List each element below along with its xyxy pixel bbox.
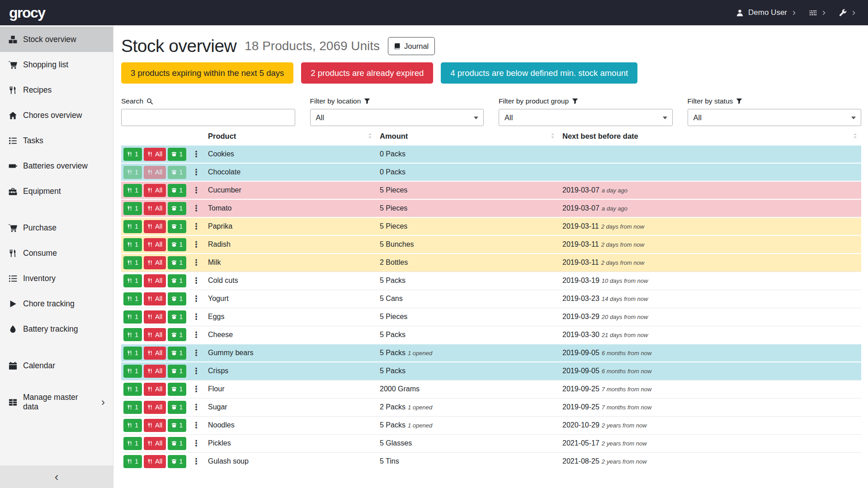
open-one-button[interactable]: 1 xyxy=(168,365,186,378)
consume-all-button[interactable]: All xyxy=(144,220,166,233)
row-menu-button[interactable]: ⋮ xyxy=(192,150,200,158)
row-menu-button[interactable]: ⋮ xyxy=(192,295,200,303)
consume-one-button[interactable]: 1 xyxy=(123,220,142,233)
open-one-button[interactable]: 1 xyxy=(168,383,186,396)
row-menu-button[interactable]: ⋮ xyxy=(192,421,200,429)
view-options-menu[interactable] xyxy=(809,9,826,17)
sidebar-item-shopping-list[interactable]: Shopping list xyxy=(0,52,113,77)
sidebar-item-chores-overview[interactable]: Chores overview xyxy=(0,103,113,128)
row-menu-button[interactable]: ⋮ xyxy=(192,385,200,393)
consume-all-button[interactable]: All xyxy=(144,202,166,215)
search-input[interactable] xyxy=(121,109,295,126)
sidebar-item-recipes[interactable]: Recipes xyxy=(0,77,113,103)
row-menu-button[interactable]: ⋮ xyxy=(192,222,200,230)
open-one-button[interactable]: 1 xyxy=(168,220,186,233)
consume-all-button[interactable]: All xyxy=(144,328,166,341)
row-menu-button[interactable]: ⋮ xyxy=(192,258,200,267)
consume-one-button[interactable]: 1 xyxy=(123,184,142,197)
amount-column-header[interactable]: Amount xyxy=(376,130,559,145)
open-one-button[interactable]: 1 xyxy=(168,184,186,197)
consume-one-button[interactable]: 1 xyxy=(123,419,142,432)
journal-button[interactable]: Journal xyxy=(388,37,435,55)
row-menu-button[interactable]: ⋮ xyxy=(192,439,200,447)
consume-all-button[interactable]: All xyxy=(144,365,166,378)
consume-all-button[interactable]: All xyxy=(144,256,166,269)
sort-icon[interactable] xyxy=(549,132,556,139)
consume-all-button[interactable]: All xyxy=(144,184,166,197)
consume-all-button[interactable]: All xyxy=(144,238,166,251)
expiring-alert[interactable]: 3 products expiring within the next 5 da… xyxy=(121,62,293,84)
sidebar-item-batteries-overview[interactable]: Batteries overview xyxy=(0,153,113,178)
row-menu-button[interactable]: ⋮ xyxy=(192,313,200,321)
row-menu-button[interactable]: ⋮ xyxy=(192,240,200,249)
consume-one-button[interactable]: 1 xyxy=(123,202,142,215)
consume-one-button[interactable]: 1 xyxy=(123,437,142,450)
open-one-button[interactable]: 1 xyxy=(168,419,186,432)
consume-one-button[interactable]: 1 xyxy=(123,401,142,414)
row-menu-button[interactable]: ⋮ xyxy=(192,186,200,194)
sort-icon[interactable] xyxy=(367,132,373,139)
consume-one-button[interactable]: 1 xyxy=(123,455,142,468)
sidebar-item-tasks[interactable]: Tasks xyxy=(0,128,113,153)
status-select[interactable]: All xyxy=(688,109,862,126)
sort-icon[interactable] xyxy=(852,132,859,139)
open-one-button[interactable]: 1 xyxy=(168,202,186,215)
sidebar-item-equipment[interactable]: Equipment xyxy=(0,178,113,204)
open-one-button[interactable]: 1 xyxy=(168,401,186,414)
row-menu-button[interactable]: ⋮ xyxy=(192,403,200,411)
consume-one-button[interactable]: 1 xyxy=(123,347,142,360)
sidebar-item-calendar[interactable]: Calendar xyxy=(0,353,113,378)
best-before-column-header[interactable]: Next best before date xyxy=(559,130,861,145)
product-column-header[interactable]: Product xyxy=(204,130,376,145)
consume-one-button[interactable]: 1 xyxy=(123,310,142,324)
consume-one-button[interactable]: 1 xyxy=(123,328,142,341)
consume-one-button[interactable]: 1 xyxy=(123,383,142,396)
sidebar-item-purchase[interactable]: Purchase xyxy=(0,215,113,240)
open-one-button[interactable]: 1 xyxy=(168,437,186,450)
sidebar-item-battery-tracking[interactable]: Battery tracking xyxy=(0,316,113,342)
consume-all-button[interactable]: All xyxy=(144,148,166,161)
consume-one-button[interactable]: 1 xyxy=(123,365,142,378)
consume-all-button[interactable]: All xyxy=(144,455,166,468)
row-menu-button[interactable]: ⋮ xyxy=(192,168,200,176)
app-logo[interactable]: grocy xyxy=(9,5,45,21)
open-one-button[interactable]: 1 xyxy=(168,347,186,360)
consume-all-button[interactable]: All xyxy=(144,437,166,450)
consume-one-button[interactable]: 1 xyxy=(123,256,142,269)
consume-all-button[interactable]: All xyxy=(144,274,166,287)
open-one-button[interactable]: 1 xyxy=(168,310,186,324)
open-one-button[interactable]: 1 xyxy=(168,455,186,468)
consume-one-button[interactable]: 1 xyxy=(123,166,142,179)
open-one-button[interactable]: 1 xyxy=(168,328,186,341)
open-one-button[interactable]: 1 xyxy=(168,292,186,305)
sidebar-item-inventory[interactable]: Inventory xyxy=(0,266,113,291)
row-menu-button[interactable]: ⋮ xyxy=(192,331,200,339)
consume-one-button[interactable]: 1 xyxy=(123,238,142,251)
consume-all-button[interactable]: All xyxy=(144,383,166,396)
consume-all-button[interactable]: All xyxy=(144,347,166,360)
sidebar-collapse-button[interactable]: ‹ xyxy=(0,465,113,488)
sidebar-item-stock-overview[interactable]: Stock overview xyxy=(0,27,113,52)
consume-all-button[interactable]: All xyxy=(144,292,166,305)
user-menu[interactable]: Demo User xyxy=(736,8,797,17)
consume-all-button[interactable]: All xyxy=(144,166,166,179)
row-menu-button[interactable]: ⋮ xyxy=(192,349,200,357)
consume-all-button[interactable]: All xyxy=(144,419,166,432)
consume-one-button[interactable]: 1 xyxy=(123,148,142,161)
below-min-stock-alert[interactable]: 4 products are below defined min. stock … xyxy=(441,62,637,84)
consume-one-button[interactable]: 1 xyxy=(123,292,142,305)
row-menu-button[interactable]: ⋮ xyxy=(192,277,200,285)
row-menu-button[interactable]: ⋮ xyxy=(192,204,200,212)
consume-all-button[interactable]: All xyxy=(144,310,166,324)
consume-all-button[interactable]: All xyxy=(144,401,166,414)
open-one-button[interactable]: 1 xyxy=(168,166,186,179)
open-one-button[interactable]: 1 xyxy=(168,256,186,269)
admin-tools-menu[interactable] xyxy=(839,9,856,17)
sidebar-item-chore-tracking[interactable]: Chore tracking xyxy=(0,291,113,316)
sidebar-item-manage-master-data[interactable]: Manage master data › xyxy=(0,389,113,415)
open-one-button[interactable]: 1 xyxy=(168,238,186,251)
product-group-select[interactable]: All xyxy=(499,109,673,126)
open-one-button[interactable]: 1 xyxy=(168,274,186,287)
location-select[interactable]: All xyxy=(310,109,484,126)
expired-alert[interactable]: 2 products are already expired xyxy=(301,62,433,84)
